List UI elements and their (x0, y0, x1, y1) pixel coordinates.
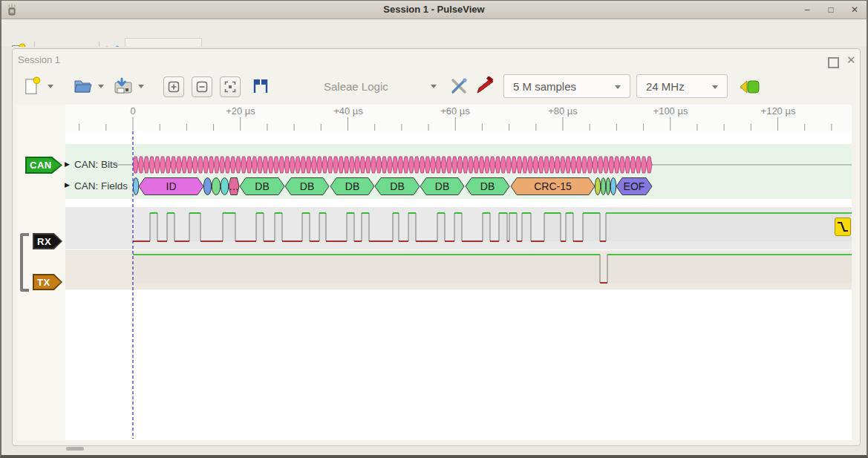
zoom-in-button[interactable] (163, 76, 184, 97)
configure-device-icon (449, 76, 469, 96)
save-dropdown-caret[interactable] (138, 85, 144, 88)
rx-tag-label: RX (34, 236, 51, 247)
ruler-label: +80 µs (548, 105, 578, 117)
open-dropdown-caret[interactable] (98, 85, 104, 88)
device-label: Saleae Logic (324, 80, 388, 93)
decoder-tag-can[interactable]: CAN (25, 157, 62, 174)
save-icon (114, 77, 133, 95)
add-decoder-button[interactable] (738, 78, 762, 96)
fields-row-label: CAN: Fields (74, 180, 128, 192)
tx-tag-label: TX (34, 277, 50, 288)
ruler-label: +120 µs (761, 105, 796, 117)
fields-row-expander[interactable]: ▶ (65, 181, 70, 189)
decoder-tag-label: CAN (27, 160, 52, 171)
sample-count-caret (615, 85, 621, 89)
horizontal-scrollbar-thumb[interactable] (66, 447, 84, 451)
decoder-icon (739, 79, 761, 95)
channel-tag-tx[interactable]: TX (33, 274, 62, 290)
sample-rate-value: 24 MHz (646, 80, 685, 93)
session-subwindow-title: Session 1 (18, 54, 60, 65)
new-view-dropdown-caret[interactable] (48, 85, 53, 88)
close-button[interactable]: ✕ (845, 4, 864, 16)
open-button[interactable] (73, 76, 94, 96)
cursors-flags-icon (252, 79, 270, 94)
rx-row-background (65, 207, 852, 249)
channels-button[interactable] (474, 76, 495, 96)
ruler-label: +20 µs (226, 105, 255, 117)
tx-row-background (65, 250, 852, 289)
pulseview-window: Session 1 - PulseView – □ ✕ Run Session … (0, 0, 868, 458)
show-cursors-button[interactable] (251, 76, 270, 96)
sample-count-select[interactable]: 5 M samples (503, 74, 630, 98)
decoder-row-background (65, 144, 852, 199)
channel-group-bracket (20, 233, 29, 292)
configure-device-button[interactable] (448, 76, 469, 96)
maximize-button[interactable]: □ (821, 4, 841, 16)
zoom-out-icon (196, 81, 208, 93)
sample-rate-caret (712, 85, 718, 89)
session-close-icon[interactable]: ✕ (846, 53, 856, 67)
sample-rate-select[interactable]: 24 MHz (636, 74, 728, 98)
trigger-marker-falling-edge[interactable] (835, 217, 851, 236)
new-view-button[interactable] (22, 76, 43, 96)
main-toolbar: Run Session 1 ✕ (1, 19, 867, 48)
ruler-label: 0 (130, 105, 135, 117)
open-folder-icon (74, 78, 93, 94)
session-restore-icon[interactable] (828, 57, 839, 68)
title-bar: Session 1 - PulseView – □ ✕ (1, 1, 867, 19)
zoom-fit-icon (224, 81, 236, 93)
falling-edge-icon (836, 220, 849, 234)
minimize-button[interactable]: – (797, 4, 817, 16)
channel-tag-rx[interactable]: RX (33, 233, 62, 249)
zoom-fit-button[interactable] (220, 76, 241, 97)
bits-row-expander[interactable]: ▶ (65, 160, 70, 168)
probe-icon (474, 76, 494, 96)
ruler-label: +60 µs (440, 105, 470, 117)
bits-row-label: CAN: Bits (74, 159, 118, 170)
window-title: Session 1 - PulseView (1, 1, 867, 19)
zoom-in-icon (168, 81, 180, 93)
zoom-out-button[interactable] (192, 76, 212, 97)
new-view-icon (25, 76, 41, 96)
device-dropdown-caret[interactable] (431, 85, 437, 88)
sample-count-value: 5 M samples (513, 80, 576, 93)
ruler-label: +40 µs (333, 105, 363, 117)
save-button[interactable] (113, 76, 134, 96)
ruler-label: +100 µs (653, 105, 688, 117)
